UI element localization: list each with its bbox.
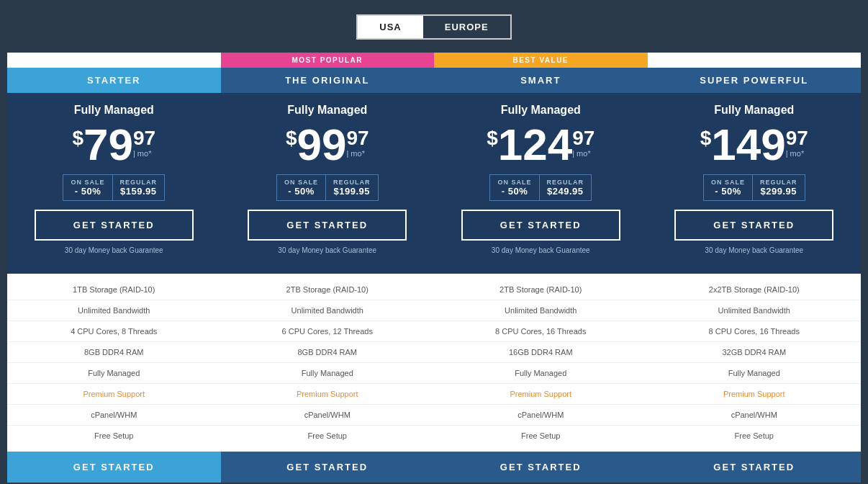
regular-block: REGULAR $199.95 bbox=[326, 174, 379, 201]
feature-item: Free Setup bbox=[221, 426, 435, 446]
feature-item: Premium Support bbox=[221, 384, 435, 405]
sale-row: ON SALE - 50% REGULAR $249.95 bbox=[441, 174, 641, 201]
plan-footer-starter[interactable]: GET STARTED bbox=[7, 452, 221, 483]
price-dollar: $ bbox=[286, 128, 297, 148]
regular-label: REGULAR bbox=[547, 179, 584, 186]
usa-button[interactable]: USA bbox=[358, 16, 422, 38]
plan-card-original: MOST POPULAR THE ORIGINAL Fully Managed … bbox=[221, 53, 435, 483]
feature-item: 1TB Storage (RAID-10) bbox=[7, 279, 221, 300]
get-started-button-super-powerful[interactable]: GET STARTED bbox=[674, 210, 833, 241]
feature-item: Unlimited Bandwidth bbox=[648, 300, 862, 321]
fully-managed-label: Fully Managed bbox=[14, 104, 214, 117]
on-sale-value: - 50% bbox=[711, 186, 745, 197]
on-sale-value: - 50% bbox=[284, 186, 318, 197]
feature-item: Fully Managed bbox=[648, 363, 862, 384]
get-started-button-smart[interactable]: GET STARTED bbox=[461, 210, 620, 241]
feature-item: Free Setup bbox=[648, 426, 862, 446]
price-cents-block: 97 | mo* bbox=[572, 128, 595, 158]
plan-header-super-powerful: SUPER POWERFUL bbox=[648, 68, 862, 93]
regular-value: $199.95 bbox=[333, 186, 371, 197]
plan-footer-original[interactable]: GET STARTED bbox=[221, 452, 435, 483]
region-toggle: USA EUROPE bbox=[356, 14, 511, 40]
price-main: 124 bbox=[498, 122, 572, 167]
feature-item: Fully Managed bbox=[7, 363, 221, 384]
feature-item: 2TB Storage (RAID-10) bbox=[221, 279, 435, 300]
price-cents: 97 bbox=[572, 128, 595, 148]
get-started-button-original[interactable]: GET STARTED bbox=[248, 210, 407, 241]
feature-item: 16GB DDR4 RAM bbox=[434, 342, 648, 363]
price-row: $ 149 97 | mo* bbox=[655, 122, 854, 167]
feature-item: Free Setup bbox=[434, 426, 648, 446]
price-row: $ 99 97 | mo* bbox=[228, 122, 428, 167]
plan-footer-super-powerful[interactable]: GET STARTED bbox=[648, 452, 862, 483]
plan-footer-smart[interactable]: GET STARTED bbox=[434, 452, 648, 483]
feature-item: cPanel/WHM bbox=[7, 405, 221, 426]
feature-item: 8GB DDR4 RAM bbox=[221, 342, 435, 363]
plan-header-starter: STARTER bbox=[7, 68, 221, 93]
price-cents: 97 bbox=[786, 128, 808, 148]
feature-item: Premium Support bbox=[434, 384, 648, 405]
price-mo: | mo* bbox=[133, 150, 151, 158]
feature-item: 6 CPU Cores, 12 Threads bbox=[221, 321, 435, 342]
feature-item: 4 CPU Cores, 8 Threads bbox=[7, 321, 221, 342]
fully-managed-label: Fully Managed bbox=[441, 104, 641, 117]
regular-label: REGULAR bbox=[333, 179, 371, 186]
feature-item: cPanel/WHM bbox=[434, 405, 648, 426]
features-list-original: 2TB Storage (RAID-10) Unlimited Bandwidt… bbox=[221, 274, 435, 452]
on-sale-label: ON SALE bbox=[284, 179, 318, 186]
price-dollar: $ bbox=[487, 128, 498, 148]
on-sale-block: ON SALE - 50% bbox=[276, 174, 326, 201]
plan-body-original: Fully Managed $ 99 97 | mo* ON SALE - 50… bbox=[221, 93, 435, 274]
feature-item: Free Setup bbox=[7, 426, 221, 446]
price-main: 79 bbox=[83, 122, 133, 167]
feature-item: 8 CPU Cores, 16 Threads bbox=[648, 321, 862, 342]
feature-item: 8GB DDR4 RAM bbox=[7, 342, 221, 363]
on-sale-value: - 50% bbox=[497, 186, 531, 197]
feature-item: Unlimited Bandwidth bbox=[221, 300, 435, 321]
feature-item: 32GB DDR4 RAM bbox=[648, 342, 862, 363]
price-mo: | mo* bbox=[346, 150, 364, 158]
fully-managed-label: Fully Managed bbox=[228, 104, 428, 117]
price-mo: | mo* bbox=[572, 150, 590, 158]
feature-item: Unlimited Bandwidth bbox=[7, 300, 221, 321]
price-cents: 97 bbox=[133, 128, 155, 148]
on-sale-label: ON SALE bbox=[711, 179, 745, 186]
price-cents: 97 bbox=[346, 128, 369, 148]
price-row: $ 79 97 | mo* bbox=[14, 122, 214, 167]
regular-label: REGULAR bbox=[120, 179, 158, 186]
features-list-smart: 2TB Storage (RAID-10) Unlimited Bandwidt… bbox=[434, 274, 648, 452]
europe-button[interactable]: EUROPE bbox=[423, 16, 510, 38]
feature-item: Fully Managed bbox=[434, 363, 648, 384]
price-row: $ 124 97 | mo* bbox=[441, 122, 641, 167]
on-sale-value: - 50% bbox=[71, 186, 104, 197]
regular-block: REGULAR $299.95 bbox=[753, 174, 805, 201]
feature-item: Fully Managed bbox=[221, 363, 435, 384]
on-sale-label: ON SALE bbox=[497, 179, 531, 186]
get-started-button-starter[interactable]: GET STARTED bbox=[35, 210, 194, 241]
fully-managed-label: Fully Managed bbox=[655, 104, 854, 117]
on-sale-block: ON SALE - 50% bbox=[63, 174, 112, 201]
plan-badge-smart: BEST VALUE bbox=[434, 53, 648, 68]
features-list-super-powerful: 2x2TB Storage (RAID-10) Unlimited Bandwi… bbox=[648, 274, 862, 452]
plan-card-super-powerful: SUPER POWERFUL Fully Managed $ 149 97 | … bbox=[648, 53, 862, 483]
features-list-starter: 1TB Storage (RAID-10) Unlimited Bandwidt… bbox=[7, 274, 221, 452]
money-back-label: 30 day Money back Guarantee bbox=[14, 246, 214, 263]
feature-item: cPanel/WHM bbox=[221, 405, 435, 426]
regular-value: $299.95 bbox=[760, 186, 797, 197]
price-main: 149 bbox=[711, 122, 785, 167]
money-back-label: 30 day Money back Guarantee bbox=[228, 246, 428, 263]
regular-block: REGULAR $159.95 bbox=[113, 174, 166, 201]
feature-item: Unlimited Bandwidth bbox=[434, 300, 648, 321]
on-sale-label: ON SALE bbox=[71, 179, 104, 186]
on-sale-block: ON SALE - 50% bbox=[703, 174, 753, 201]
feature-item: Premium Support bbox=[648, 384, 862, 405]
price-dollar: $ bbox=[72, 128, 83, 148]
regular-value: $159.95 bbox=[120, 186, 158, 197]
regular-block: REGULAR $249.95 bbox=[540, 174, 592, 201]
plan-header-original: THE ORIGINAL bbox=[221, 68, 435, 93]
feature-item: 2TB Storage (RAID-10) bbox=[434, 279, 648, 300]
price-main: 99 bbox=[297, 122, 346, 167]
money-back-label: 30 day Money back Guarantee bbox=[655, 246, 854, 263]
feature-item: Premium Support bbox=[7, 384, 221, 405]
money-back-label: 30 day Money back Guarantee bbox=[441, 246, 641, 263]
